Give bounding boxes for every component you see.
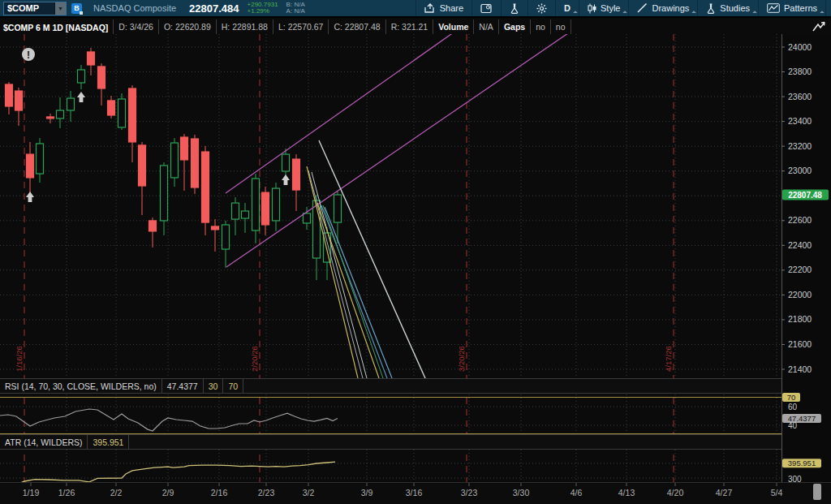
dropdown-caret-icon [623,11,628,15]
flask-icon [706,3,716,14]
candle-down[interactable] [47,117,54,118]
timeframe-button[interactable]: D [555,0,579,16]
symbol-link-icon[interactable]: B [71,3,82,14]
date-tick-label: 2/23 [258,488,275,498]
date-tick-label: 3/30 [513,488,530,498]
candle-up[interactable] [273,188,280,221]
header-high-cell: H: 22891.88 [216,19,273,34]
candle-up[interactable] [334,195,342,222]
symbol-dropdown-caret-icon[interactable]: ▼ [54,2,66,15]
candle-up[interactable] [37,144,44,174]
rsi-overbought-cell: 70 [223,379,243,393]
candle-down[interactable] [15,91,23,110]
expiration-date-label: 4/17/26 [664,346,673,372]
flask-icon [510,3,519,14]
date-tick-label: 1/26 [58,488,75,498]
overflow-button[interactable] [825,0,831,16]
candle-down[interactable] [108,101,115,115]
candle-down[interactable] [27,154,34,178]
header-close-cell: C: 22807.48 [328,19,385,34]
price-tick-label: 22200 [788,265,812,274]
candle-down[interactable] [293,159,300,190]
chart-mode-icon[interactable] [812,21,826,35]
timeframe-label: D [564,3,571,13]
candle-down[interactable] [262,192,269,225]
drawings-button[interactable]: Drawings [628,0,697,16]
candle-down[interactable] [149,221,157,231]
share-button[interactable]: Share [416,0,471,16]
candle-up[interactable] [242,211,249,218]
candle-up[interactable] [171,143,179,178]
candle-down[interactable] [192,139,199,187]
price-tick-label: 22600 [788,215,812,225]
price-tick-label: 23000 [788,166,812,175]
symbol-input[interactable]: $COMP [4,2,54,15]
candle-down[interactable] [139,145,146,186]
rsi-70-badge-value: 70 [787,393,796,402]
settings-button[interactable] [527,0,555,16]
style-button[interactable]: Style [579,0,628,16]
rsi-label[interactable]: RSI (14, 70, 30, CLOSE, WILDERS, no) [0,379,162,393]
candle-up[interactable] [252,179,260,230]
header-gaps-no1[interactable]: no [530,19,550,34]
chart-title: $COMP 6 M 1D [NASDAQ] [0,19,113,34]
date-tick-label: 1/19 [23,488,40,498]
header-gaps-label[interactable]: Gaps [498,19,530,34]
date-tick-label: 4/13 [618,488,635,498]
candle-up[interactable] [222,225,230,249]
studies-label: Studies [720,3,750,13]
candle-down[interactable] [129,88,136,142]
ask-value: A: N/A [286,8,305,15]
pencil-line-icon [637,3,648,13]
gear-icon [536,3,547,14]
style-label: Style [601,3,620,13]
price-tick-label: 23800 [788,67,812,76]
price-tick-label: 24000 [788,42,812,52]
price-change-stack: +290.7931 +1.29% [248,2,278,15]
date-tick-label: 3/2 [303,488,315,498]
candle-down[interactable] [6,84,13,106]
candle-up[interactable] [67,98,75,110]
toolbar-buttons: Share [416,0,831,16]
share-label: Share [440,3,463,13]
drawings-label: Drawings [652,3,689,13]
info-icon-glyph: ! [27,50,30,61]
price-chart-canvas[interactable]: 1/16/262/20/263/20/264/17/26240002380023… [0,0,831,504]
candle-down[interactable] [98,67,105,88]
rsi-value: 47.4377 [162,379,204,393]
date-tick-label: 4/6 [571,488,583,498]
candle-up[interactable] [78,70,85,83]
date-tick-label: 2/2 [110,488,123,498]
candle-up[interactable] [57,110,64,118]
atr-value: 395.951 [88,435,129,449]
header-volume-label: Volume [433,19,473,34]
top-toolbar: $COMP ▼ B NASDAQ Composite 22807.484 +29… [0,0,831,18]
atr-value-badge-text: 395.951 [788,459,816,467]
candle-down[interactable] [181,137,188,160]
rsi-header-row: RSI (14, 70, 30, CLOSE, WILDERS, no) 47.… [0,378,781,394]
last-price: 22807.484 [189,2,239,15]
candle-down[interactable] [88,52,95,65]
rsi-oversold-cell: 30 [204,379,224,393]
axis-scrollbar-nub[interactable] [813,484,821,500]
price-tick-label: 23400 [788,116,812,126]
studies-button[interactable]: Studies [697,0,758,16]
atr-label[interactable]: ATR (14, WILDERS) [0,435,88,449]
candle-up[interactable] [304,213,311,223]
patterns-button[interactable]: Patterns [758,0,825,16]
rsi-60-label: 60 [788,403,798,411]
ondemand-icon [480,3,493,14]
candle-down[interactable] [212,226,219,230]
header-gaps-no2[interactable]: no [550,19,571,34]
quick-study-button[interactable] [501,0,527,16]
date-tick-label: 3/16 [406,488,423,498]
candle-up[interactable] [232,203,239,219]
ondemand-button[interactable] [471,0,501,16]
price-tick-label: 23600 [788,92,812,101]
candle-up[interactable] [161,166,168,221]
candle-up[interactable] [282,154,290,171]
candle-up[interactable] [118,99,126,127]
share-icon [424,3,436,13]
symbol-description: NASDAQ Composite [93,3,176,13]
candle-down[interactable] [202,152,209,222]
